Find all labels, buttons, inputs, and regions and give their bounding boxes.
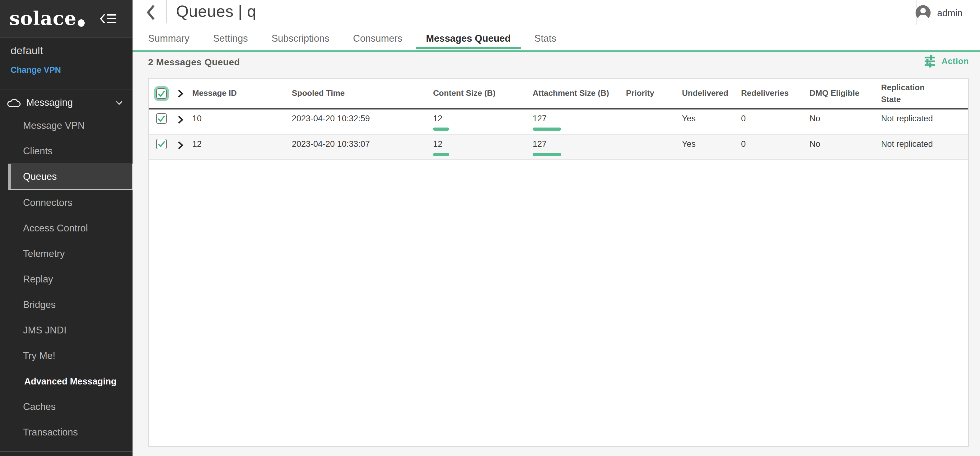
column-header-redeliveries: Redeliveries [737, 88, 806, 100]
user-avatar-icon [915, 4, 931, 21]
row-expand-cell [172, 110, 189, 134]
cell-spooled-time: 2023-04-20 10:32:59 [288, 110, 430, 134]
attachment-size-bar [533, 153, 561, 156]
row-checkbox-cell [149, 110, 172, 134]
collapse-sidebar-button[interactable] [100, 13, 117, 24]
cell-message-id: 12 [189, 135, 288, 159]
cell-undelivered: Yes [678, 110, 737, 134]
back-button[interactable] [146, 4, 156, 22]
action-filter-icon [923, 55, 937, 68]
tab-summary[interactable]: Summary [148, 33, 189, 50]
cell-priority [622, 135, 678, 159]
sidebar-item-jms-jndi[interactable]: JMS JNDI [0, 317, 132, 343]
sidebar-item-message-vpn[interactable]: Message VPN [0, 113, 132, 138]
column-header-priority: Priority [622, 88, 678, 100]
sidebar-section-messaging[interactable]: Messaging [0, 93, 132, 113]
column-header-message-id: Message ID [189, 88, 288, 100]
row-checkbox[interactable] [156, 139, 167, 149]
expand-row-icon[interactable] [177, 115, 183, 124]
tab-subscriptions[interactable]: Subscriptions [272, 33, 329, 50]
current-vpn-name: default [11, 45, 122, 57]
checkmark-icon [157, 89, 166, 98]
row-checkbox[interactable] [156, 113, 167, 124]
action-button-label: Action [942, 57, 969, 66]
table-row[interactable]: 10 2023-04-20 10:32:59 12 127 Yes 0 No N… [149, 110, 968, 135]
collapse-sidebar-icon [100, 13, 117, 24]
sidebar-item-connectors[interactable]: Connectors [0, 190, 132, 215]
cell-replication-state: Not replicated [877, 135, 968, 159]
cell-spooled-time: 2023-04-20 10:33:07 [288, 135, 430, 159]
chevron-down-icon[interactable] [116, 100, 125, 105]
cell-message-id: 10 [189, 110, 288, 134]
user-menu[interactable]: admin [915, 4, 963, 21]
cell-dmq-eligible: No [806, 110, 877, 134]
sidebar-item-bridges[interactable]: Bridges [0, 292, 132, 317]
column-header-attachment-size: Attachment Size (B) [529, 88, 622, 100]
cell-priority [622, 110, 678, 134]
expand-all-icon[interactable] [177, 89, 183, 98]
content-size-bar [433, 127, 449, 131]
tab-settings[interactable]: Settings [213, 33, 248, 50]
table-header-row: Message ID Spooled Time Content Size (B)… [149, 79, 968, 110]
title-divider [166, 0, 167, 23]
sidebar-item-try-me[interactable]: Try Me! [0, 343, 132, 368]
sidebar: solace default Change VPN Messaging [0, 0, 132, 456]
sidebar-item-transactions[interactable]: Transactions [0, 419, 132, 445]
sidebar-nav-advanced: Caches Transactions [0, 394, 132, 445]
cell-redeliveries: 0 [737, 135, 806, 159]
tab-consumers[interactable]: Consumers [353, 33, 402, 50]
back-icon [146, 4, 156, 21]
column-header-undelivered: Undelivered [678, 88, 737, 100]
cell-attachment-size: 127 [529, 110, 622, 134]
sidebar-header: solace [0, 0, 132, 38]
content-size-bar [433, 153, 449, 156]
table-row[interactable]: 12 2023-04-20 10:33:07 12 127 Yes 0 No N… [149, 135, 968, 160]
sidebar-nav: Message VPN Clients Queues Connectors Ac… [0, 113, 132, 368]
app-window: solace default Change VPN Messaging [0, 0, 980, 456]
messages-queued-count: 2 Messages Queued [148, 57, 240, 67]
content-area: 2 Messages Queued [132, 52, 980, 446]
column-header-content-size: Content Size (B) [430, 88, 529, 100]
select-all-checkbox[interactable] [156, 88, 167, 99]
user-name: admin [937, 8, 963, 18]
tab-stats[interactable]: Stats [535, 33, 557, 50]
header-checkbox-cell [149, 88, 172, 99]
sidebar-item-queues[interactable]: Queues [8, 164, 132, 190]
sidebar-subheader-advanced-messaging: Advanced Messaging [0, 368, 132, 394]
column-header-dmq-eligible: DMQ Eligible [806, 88, 877, 100]
page-title: Queues | q [176, 2, 256, 21]
sidebar-divider [0, 451, 132, 452]
cell-dmq-eligible: No [806, 135, 877, 159]
tab-messages-queued[interactable]: Messages Queued [426, 33, 511, 50]
action-button[interactable]: Action [923, 55, 969, 68]
cell-replication-state: Not replicated [877, 110, 968, 134]
sidebar-section-label: Messaging [26, 97, 73, 108]
checkmark-icon [157, 139, 166, 149]
row-checkbox-cell [149, 135, 172, 159]
logo-wordmark: solace [10, 10, 76, 28]
messages-table: Message ID Spooled Time Content Size (B)… [148, 78, 969, 446]
cell-content-size: 12 [430, 135, 529, 159]
tab-bar: Summary Settings Subscriptions Consumers… [148, 29, 556, 50]
cloud-icon [7, 98, 21, 107]
row-expand-cell [172, 135, 189, 159]
main-area: Queues | q admin Summary Settings Subscr… [132, 0, 980, 456]
column-header-replication-state: Replication State [877, 82, 968, 105]
sidebar-item-replay[interactable]: Replay [0, 266, 132, 292]
checkmark-icon [157, 114, 166, 123]
expand-row-icon[interactable] [177, 141, 183, 150]
cell-redeliveries: 0 [737, 110, 806, 134]
solace-logo: solace [10, 10, 84, 28]
cell-attachment-size: 127 [529, 135, 622, 159]
attachment-size-bar [533, 127, 561, 131]
sidebar-item-clients[interactable]: Clients [0, 138, 132, 164]
sidebar-item-telemetry[interactable]: Telemetry [0, 241, 132, 266]
cell-undelivered: Yes [678, 135, 737, 159]
logo-dot [78, 19, 84, 27]
sidebar-item-caches[interactable]: Caches [0, 394, 132, 419]
column-header-spooled-time: Spooled Time [288, 88, 430, 100]
vpn-block: default Change VPN [0, 38, 132, 90]
sidebar-item-access-control[interactable]: Access Control [0, 215, 132, 241]
header-expand-cell [172, 89, 189, 98]
change-vpn-link[interactable]: Change VPN [11, 65, 61, 75]
